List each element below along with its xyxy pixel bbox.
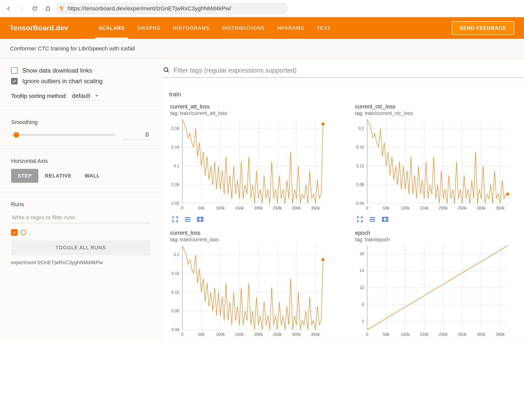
ignore-outliers-checkbox-row: Ignore outliers in chart scaling xyxy=(11,78,150,85)
svg-text:0.04: 0.04 xyxy=(356,201,364,205)
chart-tag: tag: train/current_att_loss xyxy=(170,110,334,116)
svg-text:50k: 50k xyxy=(383,332,390,337)
ignore-outliers-checkbox[interactable] xyxy=(11,78,18,84)
run-name: . xyxy=(29,229,31,236)
svg-point-37 xyxy=(201,218,202,219)
tab-graphs[interactable]: GRAPHS xyxy=(137,17,160,39)
chart-toolbar xyxy=(348,213,522,224)
svg-rect-35 xyxy=(198,217,203,221)
svg-text:0: 0 xyxy=(181,206,184,210)
tab-scalars[interactable]: SCALARS xyxy=(99,17,125,39)
svg-point-74 xyxy=(383,220,384,220)
svg-text:100k: 100k xyxy=(216,332,225,337)
smoothing-slider[interactable] xyxy=(11,134,115,135)
horizontal-axis-group: STEPRELATIVEWALL xyxy=(11,169,150,183)
svg-text:200k: 200k xyxy=(254,206,263,210)
chart-title: current_ctc_loss xyxy=(355,103,519,110)
tag-filter-row[interactable]: Filter tags (regular expressions support… xyxy=(163,65,524,78)
chart-current_att_loss[interactable]: 0.020.060.10.140.18050k100k150k200k250k3… xyxy=(164,117,326,213)
run-color-swatch[interactable] xyxy=(21,230,26,235)
reload-button[interactable] xyxy=(30,4,40,14)
svg-text:350k: 350k xyxy=(311,332,320,337)
chart-epoch[interactable]: 26101418050k100k150k200k250k300k350k xyxy=(349,244,510,339)
svg-point-75 xyxy=(386,220,387,220)
smoothing-row: 0 xyxy=(11,130,150,139)
toggle-all-runs-button[interactable]: TOGGLE ALL RUNS xyxy=(11,240,150,255)
svg-text:0.2: 0.2 xyxy=(174,253,179,257)
svg-text:0: 0 xyxy=(366,332,368,337)
chart-title: current_loss xyxy=(170,230,334,236)
main-tabs: SCALARSGRAPHSHISTOGRAMSDISTRIBUTIONSHPAR… xyxy=(99,17,331,39)
smoothing-slider-thumb[interactable] xyxy=(14,132,19,138)
expand-icon[interactable] xyxy=(356,215,364,224)
svg-text:0.16: 0.16 xyxy=(356,145,364,149)
url-text: https://tensorboard.dev/experiment/lzGnE… xyxy=(68,5,231,12)
send-feedback-button[interactable]: SEND FEEDBACK xyxy=(452,21,514,35)
chart-heading: current_att_loss tag: train/current_att_… xyxy=(164,103,337,116)
list-view-icon[interactable] xyxy=(368,215,377,224)
scalar-group-title[interactable]: train xyxy=(162,85,524,103)
tooltip-sort-select[interactable]: default xyxy=(70,91,100,101)
tab-hparams[interactable]: HPARAMS xyxy=(277,17,304,39)
svg-text:2: 2 xyxy=(362,319,364,323)
nav-back-button[interactable] xyxy=(4,4,14,14)
chart-block-current_loss: current_loss tag: train/current_loss 0.0… xyxy=(162,230,339,339)
svg-point-73 xyxy=(386,218,387,219)
svg-text:0.2: 0.2 xyxy=(359,126,364,131)
search-icon xyxy=(163,67,170,74)
fit-domain-icon[interactable] xyxy=(381,215,389,224)
svg-text:0.02: 0.02 xyxy=(171,201,179,205)
runs-filter-input[interactable] xyxy=(11,212,150,223)
fit-domain-icon[interactable] xyxy=(196,215,205,224)
tag-filter-placeholder: Filter tags (regular expressions support… xyxy=(173,67,297,74)
svg-text:0.08: 0.08 xyxy=(171,309,179,313)
show-download-links-checkbox[interactable] xyxy=(11,67,18,74)
svg-text:350k: 350k xyxy=(496,332,505,337)
svg-text:350k: 350k xyxy=(496,206,505,210)
tab-distributions[interactable]: DISTRIBUTIONS xyxy=(222,17,265,39)
experiment-description: Conformer CTC training for LibriSpeech w… xyxy=(0,39,524,59)
svg-text:0.12: 0.12 xyxy=(171,290,179,294)
svg-text:50k: 50k xyxy=(198,332,205,337)
svg-text:0.04: 0.04 xyxy=(171,327,179,332)
chart-grid: current_att_loss tag: train/current_att_… xyxy=(162,103,524,339)
run-checkbox[interactable] xyxy=(11,229,18,236)
nav-forward-button[interactable] xyxy=(17,4,27,14)
svg-text:100k: 100k xyxy=(401,332,410,337)
svg-text:150k: 150k xyxy=(235,206,244,210)
svg-text:150k: 150k xyxy=(420,332,429,337)
chart-tag: tag: train/current_loss xyxy=(170,237,334,243)
chart-heading: current_ctc_loss tag: train/current_ctc_… xyxy=(348,103,522,116)
tab-histograms[interactable]: HISTOGRAMS xyxy=(173,17,210,39)
axis-step-button[interactable]: STEP xyxy=(11,169,38,183)
smoothing-label: Smoothing xyxy=(11,119,150,126)
tab-text[interactable]: TEXT xyxy=(317,17,331,39)
axis-relative-button[interactable]: RELATIVE xyxy=(38,169,78,183)
ignore-outliers-label: Ignore outliers in chart scaling xyxy=(22,78,103,85)
site-favicon xyxy=(60,6,65,11)
address-bar[interactable]: https://tensorboard.dev/experiment/lzGnE… xyxy=(56,3,288,15)
svg-rect-2 xyxy=(61,9,63,11)
svg-text:0.14: 0.14 xyxy=(171,145,179,149)
chart-current_loss[interactable]: 0.040.080.120.160.2050k100k150k200k250k3… xyxy=(164,244,326,339)
svg-text:100k: 100k xyxy=(216,206,225,210)
chart-title: epoch xyxy=(355,230,519,236)
svg-text:300k: 300k xyxy=(477,332,486,337)
list-view-icon[interactable] xyxy=(183,215,192,224)
axis-wall-button[interactable]: WALL xyxy=(78,169,107,183)
svg-text:0: 0 xyxy=(181,332,184,337)
app-header: TensorBoard.dev SCALARSGRAPHSHISTOGRAMSD… xyxy=(0,17,524,39)
svg-text:50k: 50k xyxy=(383,206,390,210)
svg-text:0.18: 0.18 xyxy=(171,126,179,131)
scalar-group-card: train current_att_loss tag: train/curren… xyxy=(161,85,524,340)
svg-point-72 xyxy=(383,218,384,219)
svg-text:0.06: 0.06 xyxy=(171,183,179,187)
home-button[interactable] xyxy=(43,4,53,14)
expand-icon[interactable] xyxy=(171,215,179,224)
svg-text:250k: 250k xyxy=(273,206,282,210)
chart-block-epoch: epoch tag: train/epoch 26101418050k100k1… xyxy=(346,230,524,339)
svg-text:300k: 300k xyxy=(477,206,486,210)
chart-block-current_att_loss: current_att_loss tag: train/current_att_… xyxy=(162,103,339,224)
smoothing-value-input[interactable]: 0 xyxy=(123,130,150,139)
chart-current_ctc_loss[interactable]: 0.040.080.120.160.2050k100k150k200k250k3… xyxy=(349,117,510,213)
